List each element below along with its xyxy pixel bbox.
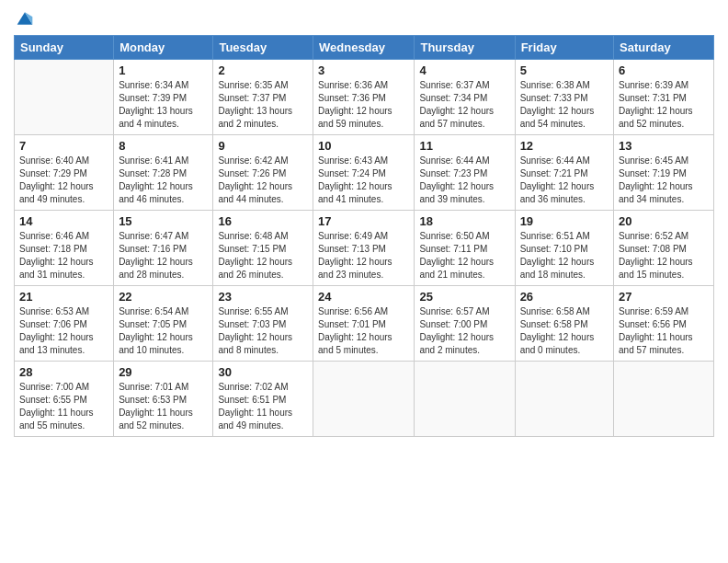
calendar-cell: 12Sunrise: 6:44 AM Sunset: 7:21 PM Dayli… (515, 135, 613, 211)
day-number: 1 (119, 63, 208, 77)
day-number: 25 (419, 290, 509, 304)
day-number: 5 (520, 63, 609, 77)
calendar-cell: 21Sunrise: 6:53 AM Sunset: 7:06 PM Dayli… (15, 286, 114, 362)
calendar-cell: 1Sunrise: 6:34 AM Sunset: 7:39 PM Daylig… (114, 60, 213, 135)
day-info: Sunrise: 6:57 AM Sunset: 7:00 PM Dayligh… (419, 305, 509, 357)
day-info: Sunrise: 6:44 AM Sunset: 7:21 PM Dayligh… (520, 155, 609, 206)
calendar-header-row: SundayMondayTuesdayWednesdayThursdayFrid… (15, 36, 714, 60)
day-number: 27 (619, 290, 709, 304)
calendar-cell: 18Sunrise: 6:50 AM Sunset: 7:11 PM Dayli… (415, 211, 515, 286)
calendar-cell: 3Sunrise: 6:36 AM Sunset: 7:36 PM Daylig… (313, 60, 415, 135)
calendar-cell: 15Sunrise: 6:47 AM Sunset: 7:16 PM Dayli… (114, 211, 213, 286)
calendar-cell: 11Sunrise: 6:44 AM Sunset: 7:23 PM Dayli… (415, 135, 515, 211)
day-number: 18 (419, 214, 509, 228)
calendar-cell: 5Sunrise: 6:38 AM Sunset: 7:33 PM Daylig… (515, 60, 613, 135)
day-number: 28 (19, 365, 108, 379)
day-info: Sunrise: 6:49 AM Sunset: 7:13 PM Dayligh… (318, 230, 409, 282)
day-info: Sunrise: 6:42 AM Sunset: 7:26 PM Dayligh… (218, 155, 308, 206)
day-number: 17 (318, 214, 409, 228)
day-number: 22 (119, 290, 208, 304)
day-number: 11 (419, 139, 509, 153)
day-info: Sunrise: 6:51 AM Sunset: 7:10 PM Dayligh… (520, 230, 609, 282)
day-info: Sunrise: 6:58 AM Sunset: 6:58 PM Dayligh… (520, 305, 609, 357)
day-number: 15 (119, 214, 208, 228)
calendar-week-3: 14Sunrise: 6:46 AM Sunset: 7:18 PM Dayli… (15, 211, 714, 286)
calendar-cell: 23Sunrise: 6:55 AM Sunset: 7:03 PM Dayli… (213, 286, 313, 362)
day-info: Sunrise: 6:39 AM Sunset: 7:31 PM Dayligh… (619, 79, 709, 131)
day-number: 4 (419, 63, 509, 77)
day-number: 12 (520, 139, 609, 153)
day-header-saturday: Saturday (614, 36, 714, 60)
calendar-cell: 8Sunrise: 6:41 AM Sunset: 7:28 PM Daylig… (114, 135, 213, 211)
calendar-cell: 28Sunrise: 7:00 AM Sunset: 6:55 PM Dayli… (15, 362, 114, 437)
day-info: Sunrise: 7:01 AM Sunset: 6:53 PM Dayligh… (119, 381, 208, 432)
day-number: 20 (619, 214, 709, 228)
day-info: Sunrise: 6:55 AM Sunset: 7:03 PM Dayligh… (218, 305, 308, 357)
calendar-cell: 24Sunrise: 6:56 AM Sunset: 7:01 PM Dayli… (313, 286, 415, 362)
day-info: Sunrise: 6:48 AM Sunset: 7:15 PM Dayligh… (218, 230, 308, 282)
calendar-cell: 16Sunrise: 6:48 AM Sunset: 7:15 PM Dayli… (213, 211, 313, 286)
calendar-cell: 27Sunrise: 6:59 AM Sunset: 6:56 PM Dayli… (614, 286, 714, 362)
day-info: Sunrise: 6:45 AM Sunset: 7:19 PM Dayligh… (619, 155, 709, 206)
day-info: Sunrise: 6:41 AM Sunset: 7:28 PM Dayligh… (119, 155, 208, 206)
day-info: Sunrise: 6:47 AM Sunset: 7:16 PM Dayligh… (119, 230, 208, 282)
day-number: 26 (520, 290, 609, 304)
day-number: 19 (520, 214, 609, 228)
calendar-cell (614, 362, 714, 437)
day-info: Sunrise: 6:34 AM Sunset: 7:39 PM Dayligh… (119, 79, 208, 131)
calendar-cell (515, 362, 613, 437)
day-info: Sunrise: 6:43 AM Sunset: 7:24 PM Dayligh… (318, 155, 409, 206)
logo (14, 9, 34, 28)
calendar-cell: 19Sunrise: 6:51 AM Sunset: 7:10 PM Dayli… (515, 211, 613, 286)
day-info: Sunrise: 6:54 AM Sunset: 7:05 PM Dayligh… (119, 305, 208, 357)
day-header-friday: Friday (515, 36, 613, 60)
calendar-week-4: 21Sunrise: 6:53 AM Sunset: 7:06 PM Dayli… (15, 286, 714, 362)
calendar-cell (415, 362, 515, 437)
calendar-cell: 9Sunrise: 6:42 AM Sunset: 7:26 PM Daylig… (213, 135, 313, 211)
day-info: Sunrise: 7:02 AM Sunset: 6:51 PM Dayligh… (218, 381, 308, 432)
page-header (14, 9, 714, 28)
calendar-cell: 6Sunrise: 6:39 AM Sunset: 7:31 PM Daylig… (614, 60, 714, 135)
calendar-cell: 22Sunrise: 6:54 AM Sunset: 7:05 PM Dayli… (114, 286, 213, 362)
calendar-cell: 14Sunrise: 6:46 AM Sunset: 7:18 PM Dayli… (15, 211, 114, 286)
calendar-cell (15, 60, 114, 135)
day-info: Sunrise: 7:00 AM Sunset: 6:55 PM Dayligh… (19, 381, 108, 432)
day-number: 23 (218, 290, 308, 304)
day-info: Sunrise: 6:50 AM Sunset: 7:11 PM Dayligh… (419, 230, 509, 282)
day-info: Sunrise: 6:53 AM Sunset: 7:06 PM Dayligh… (19, 305, 108, 357)
calendar-cell: 20Sunrise: 6:52 AM Sunset: 7:08 PM Dayli… (614, 211, 714, 286)
calendar-cell: 29Sunrise: 7:01 AM Sunset: 6:53 PM Dayli… (114, 362, 213, 437)
calendar-cell: 2Sunrise: 6:35 AM Sunset: 7:37 PM Daylig… (213, 60, 313, 135)
calendar-cell: 26Sunrise: 6:58 AM Sunset: 6:58 PM Dayli… (515, 286, 613, 362)
day-header-thursday: Thursday (415, 36, 515, 60)
day-info: Sunrise: 6:52 AM Sunset: 7:08 PM Dayligh… (619, 230, 709, 282)
calendar-week-2: 7Sunrise: 6:40 AM Sunset: 7:29 PM Daylig… (15, 135, 714, 211)
day-header-monday: Monday (114, 36, 213, 60)
calendar-cell: 10Sunrise: 6:43 AM Sunset: 7:24 PM Dayli… (313, 135, 415, 211)
day-info: Sunrise: 6:37 AM Sunset: 7:34 PM Dayligh… (419, 79, 509, 131)
day-number: 29 (119, 365, 208, 379)
logo-icon (16, 9, 34, 28)
day-info: Sunrise: 6:38 AM Sunset: 7:33 PM Dayligh… (520, 79, 609, 131)
day-number: 13 (619, 139, 709, 153)
day-info: Sunrise: 6:35 AM Sunset: 7:37 PM Dayligh… (218, 79, 308, 131)
calendar-week-1: 1Sunrise: 6:34 AM Sunset: 7:39 PM Daylig… (15, 60, 714, 135)
day-number: 3 (318, 63, 409, 77)
day-info: Sunrise: 6:46 AM Sunset: 7:18 PM Dayligh… (19, 230, 108, 282)
calendar-cell (313, 362, 415, 437)
day-number: 16 (218, 214, 308, 228)
day-header-tuesday: Tuesday (213, 36, 313, 60)
day-info: Sunrise: 6:59 AM Sunset: 6:56 PM Dayligh… (619, 305, 709, 357)
day-number: 2 (218, 63, 308, 77)
calendar-cell: 17Sunrise: 6:49 AM Sunset: 7:13 PM Dayli… (313, 211, 415, 286)
day-header-sunday: Sunday (15, 36, 114, 60)
calendar-table: SundayMondayTuesdayWednesdayThursdayFrid… (14, 35, 714, 437)
calendar-cell: 25Sunrise: 6:57 AM Sunset: 7:00 PM Dayli… (415, 286, 515, 362)
calendar-week-5: 28Sunrise: 7:00 AM Sunset: 6:55 PM Dayli… (15, 362, 714, 437)
day-number: 10 (318, 139, 409, 153)
day-info: Sunrise: 6:56 AM Sunset: 7:01 PM Dayligh… (318, 305, 409, 357)
day-number: 8 (119, 139, 208, 153)
calendar-cell: 7Sunrise: 6:40 AM Sunset: 7:29 PM Daylig… (15, 135, 114, 211)
day-number: 30 (218, 365, 308, 379)
day-number: 9 (218, 139, 308, 153)
